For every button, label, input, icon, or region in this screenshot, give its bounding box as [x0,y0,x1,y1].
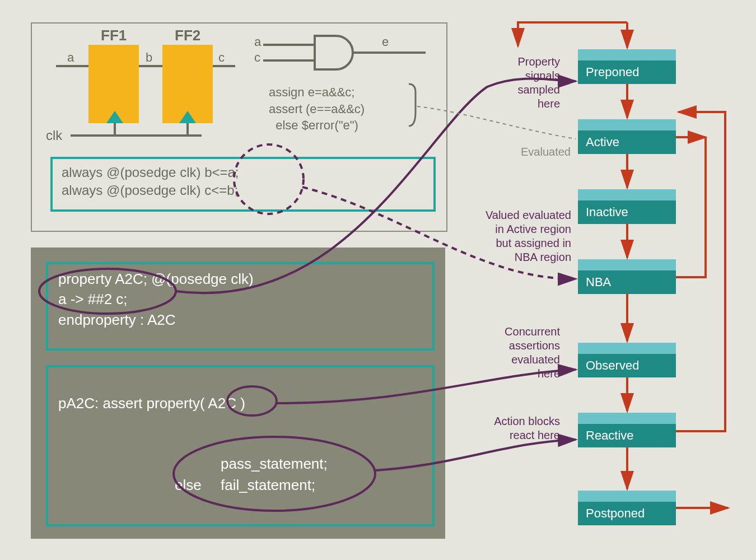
region-reactive: Reactive [578,413,676,447]
region-observed-label: Observed [586,358,639,373]
ff2-label: FF2 [175,27,200,44]
region-reactive-label: Reactive [586,428,634,443]
assert-else: else [175,475,202,495]
region-nba: NBA [578,259,676,294]
assert-fail: fail_statement; [221,475,315,495]
assign-assert-code: assign e=a&&c; assert (e==a&&c) else $er… [269,84,365,134]
assert-line1: pA2C: assert property( A2C ) [58,393,245,413]
assert-codebox [46,365,435,526]
anno-evaluated: Evaluated [521,146,571,158]
region-nba-label: NBA [586,275,611,290]
region-observed: Observed [578,343,676,377]
and-e: e [382,35,389,49]
region-inactive: Inactive [578,189,676,224]
region-postponed: Postponed [578,491,676,525]
region-preponed: Preponed [578,49,676,84]
ff1-box [88,45,139,123]
sig-a: a [67,50,74,65]
anno-reactive: Action blocks react here [476,414,560,442]
and-c: c [254,50,260,65]
region-preponed-label: Preponed [586,65,639,80]
always-code: always @(posedge clk) b<=a; always @(pos… [62,164,239,200]
assert-pass: pass_statement; [221,454,328,474]
sig-b: b [146,50,152,65]
region-active-label: Active [586,135,619,150]
ff2-box [162,45,213,123]
region-active: Active [578,119,676,154]
anno-observed: Concurrent assertions evaluated here [482,325,560,381]
anno-preponed: Property signals sampled here [482,55,560,111]
anno-nba: Valued evaluated in Active region but as… [465,208,571,264]
and-a: a [254,35,261,49]
region-postponed-label: Postponed [586,506,645,521]
sig-clk: clk [46,128,62,143]
property-code: property A2C; @(posedge clk) a -> ##2 c;… [58,269,254,330]
sig-c: c [218,50,225,65]
region-inactive-label: Inactive [586,205,628,220]
ff1-label: FF1 [101,27,127,44]
